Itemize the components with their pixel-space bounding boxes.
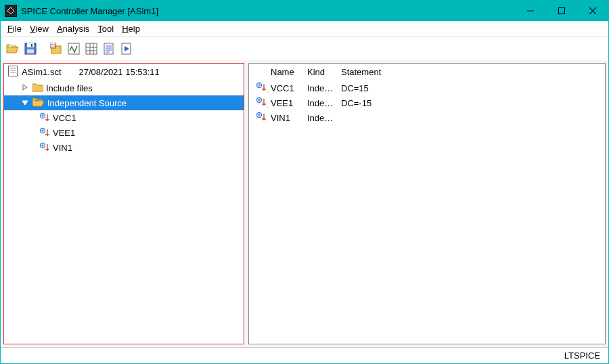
run-page-icon (120, 43, 133, 55)
titlebar[interactable]: SPICE Controller Manager [ASim1] (1, 1, 608, 21)
window-title: SPICE Controller Manager [ASim1] (21, 6, 158, 16)
folder-icon (32, 83, 43, 94)
maximize-button[interactable] (546, 1, 577, 21)
menu-file[interactable]: File (5, 22, 24, 35)
tree-node-independent-source[interactable]: Independent Source (4, 95, 244, 110)
text-page-icon (103, 43, 115, 55)
statusbar: LTSPICE (1, 347, 608, 363)
list-row[interactable]: VCC1 Inde… DC=15 (249, 81, 605, 95)
source-icon (253, 97, 268, 110)
source-icon (39, 112, 50, 123)
tree-label: Independent Source (47, 98, 127, 108)
menu-help[interactable]: Help (119, 22, 143, 35)
cell-kind: Inde… (304, 83, 338, 93)
collapse-icon[interactable] (20, 99, 30, 107)
open-folder-icon (6, 43, 20, 55)
minimize-icon (527, 7, 534, 14)
svg-rect-2 (559, 8, 565, 14)
svg-rect-13 (86, 43, 97, 54)
tree-panel: ASim1.sct 27/08/2021 15:53:11 Include fi… (3, 63, 244, 344)
menu-view[interactable]: View (27, 22, 51, 35)
app-icon (5, 5, 17, 17)
tree-file-header[interactable]: ASim1.sct 27/08/2021 15:53:11 (4, 64, 244, 81)
tree-leaf[interactable]: VIN1 (4, 140, 244, 155)
maximize-icon (558, 7, 565, 14)
toolbar: 01 (1, 37, 608, 60)
svg-rect-18 (104, 43, 113, 54)
tree-file-date: 27/08/2021 15:53:11 (79, 67, 160, 77)
folder-open-icon (32, 97, 45, 109)
cell-name: VIN1 (268, 113, 304, 123)
app-window: SPICE Controller Manager [ASim1] File Vi… (0, 0, 609, 364)
tree-node-include-files[interactable]: Include files (4, 81, 244, 95)
close-button[interactable] (577, 1, 608, 21)
data-folder-icon: 01 (50, 43, 62, 55)
list-row[interactable]: VEE1 Inde… DC=-15 (249, 95, 605, 110)
tree-leaf[interactable]: VCC1 (4, 110, 244, 125)
cell-statement: DC=-15 (338, 98, 601, 108)
col-header-statement[interactable]: Statement (338, 66, 601, 78)
tree-label: Include files (46, 83, 93, 93)
minimize-button[interactable] (515, 1, 546, 21)
tree-file-name: ASim1.sct (22, 67, 62, 77)
source-icon (39, 127, 50, 138)
col-header-kind[interactable]: Kind (304, 66, 338, 78)
cell-name: VEE1 (268, 98, 304, 108)
close-icon (589, 7, 596, 14)
toolbar-btn-3[interactable]: 01 (48, 41, 64, 57)
body: ASim1.sct 27/08/2021 15:53:11 Include fi… (1, 60, 608, 347)
cell-name: VCC1 (268, 83, 304, 93)
expand-icon[interactable] (20, 84, 30, 92)
source-icon (253, 112, 268, 124)
col-header-name[interactable]: Name (268, 66, 304, 78)
tree-leaf-label: VIN1 (53, 143, 72, 153)
source-icon (39, 142, 50, 153)
waveform-page-icon (68, 43, 80, 55)
tree-leaf[interactable]: VEE1 (4, 125, 244, 140)
tree-leaf-label: VCC1 (53, 113, 76, 123)
file-icon (8, 66, 18, 78)
svg-rect-8 (31, 44, 32, 47)
list-panel: Name Kind Statement VCC1 Inde… DC=15 VEE… (248, 63, 606, 344)
svg-rect-25 (9, 66, 18, 76)
grid-page-icon (85, 43, 97, 55)
toolbar-btn-7[interactable] (118, 41, 135, 57)
status-text: LTSPICE (564, 350, 600, 361)
cell-kind: Inde… (304, 113, 338, 123)
toolbar-open-button[interactable] (5, 41, 21, 57)
toolbar-btn-6[interactable] (101, 41, 117, 57)
svg-rect-6 (27, 43, 34, 47)
menu-analysis[interactable]: Analysis (54, 22, 92, 35)
cell-kind: Inde… (304, 98, 338, 108)
source-icon (253, 82, 268, 95)
menu-tool[interactable]: Tool (95, 22, 116, 35)
svg-text:01: 01 (51, 43, 56, 48)
tree-leaf-label: VEE1 (53, 128, 75, 138)
toolbar-btn-4[interactable] (66, 41, 82, 57)
toolbar-save-button[interactable] (22, 41, 39, 57)
svg-rect-7 (27, 49, 34, 53)
toolbar-btn-5[interactable] (83, 41, 99, 57)
list-header: Name Kind Statement (249, 64, 605, 81)
list-row[interactable]: VIN1 Inde… (249, 110, 605, 125)
menubar: File View Analysis Tool Help (1, 21, 608, 37)
save-icon (24, 43, 37, 55)
cell-statement: DC=15 (338, 83, 601, 93)
svg-rect-12 (68, 43, 79, 54)
